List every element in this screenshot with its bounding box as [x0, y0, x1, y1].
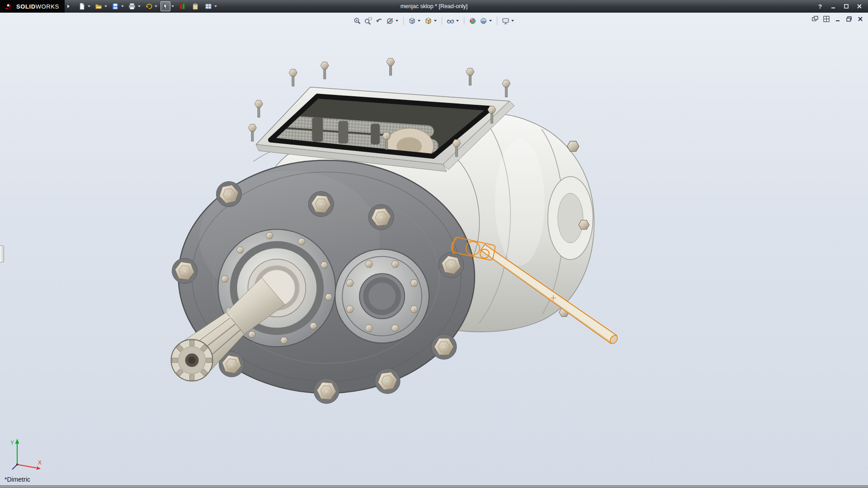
maximize-button[interactable]: [842, 2, 850, 10]
close-doc-icon: [857, 16, 863, 22]
dropdown-caret-icon[interactable]: [511, 20, 514, 22]
document-window-controls: [811, 15, 864, 23]
close-icon: [857, 4, 862, 9]
edit-appearance-button[interactable]: [467, 16, 477, 26]
view-settings-button[interactable]: [500, 16, 510, 26]
view-grid-icon: [205, 3, 212, 10]
window-title: menjac sklop * [Read-only]: [401, 3, 468, 9]
view-grid-button[interactable]: [203, 1, 213, 11]
help-button[interactable]: ?: [816, 2, 824, 10]
cascade-windows-icon: [812, 16, 818, 22]
clipboard-icon: [192, 3, 199, 10]
toolbar-separator: [403, 17, 404, 25]
orientation-triad: Y X: [5, 436, 46, 473]
zoom-to-fit-button[interactable]: [352, 16, 362, 26]
headsup-view-toolbar: [352, 16, 516, 26]
brand-light: WORKS: [36, 3, 59, 10]
print-button[interactable]: [127, 1, 137, 11]
collapsed-panel-tab[interactable]: [0, 245, 4, 263]
dropdown-caret-icon[interactable]: [489, 20, 492, 22]
triad-x-label: X: [38, 460, 42, 466]
new-document-button[interactable]: [77, 1, 87, 11]
toolbar-separator: [442, 17, 442, 25]
apply-scene-button[interactable]: [478, 16, 488, 26]
dropdown-caret-icon[interactable]: [214, 5, 217, 7]
close-doc-button[interactable]: [856, 15, 864, 23]
edit-appearance-icon: [469, 17, 476, 25]
print-icon: [128, 3, 136, 10]
color-swatch-button[interactable]: [177, 1, 187, 11]
triad-y-label: Y: [10, 440, 14, 446]
undo-button[interactable]: [144, 1, 154, 11]
solidworks-window: SOLIDWORKS: [0, 0, 868, 488]
dropdown-caret-icon[interactable]: [121, 5, 124, 7]
menu-expand-icon[interactable]: [67, 5, 70, 8]
dropdown-caret-icon[interactable]: [456, 20, 459, 22]
dropdown-caret-icon[interactable]: [104, 5, 107, 7]
previous-view-button[interactable]: [374, 16, 384, 26]
graphics-viewport[interactable]: Y X *Dimetric: [0, 13, 868, 485]
color-swatch-icon: [179, 3, 186, 10]
open-button[interactable]: [94, 1, 104, 11]
dropdown-caret-icon[interactable]: [88, 5, 90, 7]
view-orientation-icon: [408, 17, 416, 25]
view-orientation-button[interactable]: [407, 16, 417, 26]
new-document-icon: [78, 3, 85, 10]
window-bottom-edge: [0, 485, 868, 488]
tile-windows-button[interactable]: [822, 15, 830, 23]
brand-bold: SOLID: [16, 3, 36, 10]
close-button[interactable]: [855, 2, 863, 10]
dropdown-caret-icon[interactable]: [434, 20, 437, 22]
dropdown-caret-icon[interactable]: [418, 20, 420, 22]
view-settings-icon: [502, 17, 509, 25]
apply-scene-icon: [480, 17, 487, 25]
cascade-windows-button[interactable]: [811, 15, 819, 23]
dropdown-caret-icon[interactable]: [171, 5, 174, 7]
zoom-to-area-button[interactable]: [363, 16, 373, 26]
minimize-icon: [830, 4, 836, 9]
section-view-icon: [386, 17, 394, 25]
select-cursor-icon: [162, 3, 169, 10]
side-cover[interactable]: [335, 249, 429, 343]
minimize-button[interactable]: [829, 2, 837, 10]
main-toolbar: [77, 1, 220, 11]
hide-show-items-button[interactable]: [445, 16, 455, 26]
restore-doc-button[interactable]: [844, 15, 853, 23]
zoom-to-fit-icon: [354, 17, 361, 25]
toolbar-separator: [464, 17, 464, 25]
gearbox-3d-model[interactable]: [0, 13, 868, 485]
view-orientation-label: *Dimetric: [5, 476, 30, 483]
zoom-to-area-icon: [364, 17, 372, 25]
save-icon: [112, 3, 119, 10]
ds-logo-icon: [4, 3, 13, 10]
previous-view-icon: [375, 17, 383, 25]
dropdown-caret-icon[interactable]: [396, 20, 398, 22]
dropdown-caret-icon[interactable]: [138, 5, 141, 7]
tile-windows-icon: [823, 16, 830, 22]
select-tool-button[interactable]: [160, 1, 170, 11]
section-view-button[interactable]: [385, 16, 395, 26]
minimize-doc-button[interactable]: [833, 15, 842, 23]
titlebar: SOLIDWORKS: [0, 0, 868, 13]
solidworks-brand: SOLIDWORKS: [0, 0, 65, 13]
open-icon: [95, 3, 102, 10]
restore-doc-icon: [846, 16, 852, 22]
clipboard-button[interactable]: [190, 1, 200, 11]
minimize-doc-icon: [835, 16, 841, 22]
display-style-button[interactable]: [423, 16, 433, 26]
brand-text: SOLIDWORKS: [16, 3, 59, 10]
toolbar-separator: [497, 17, 497, 25]
dropdown-caret-icon[interactable]: [155, 5, 157, 7]
hide-show-items-icon: [447, 17, 454, 25]
window-controls: ?: [816, 2, 868, 10]
save-button[interactable]: [110, 1, 120, 11]
maximize-icon: [844, 4, 849, 9]
undo-icon: [145, 3, 152, 10]
display-style-icon: [425, 17, 432, 25]
